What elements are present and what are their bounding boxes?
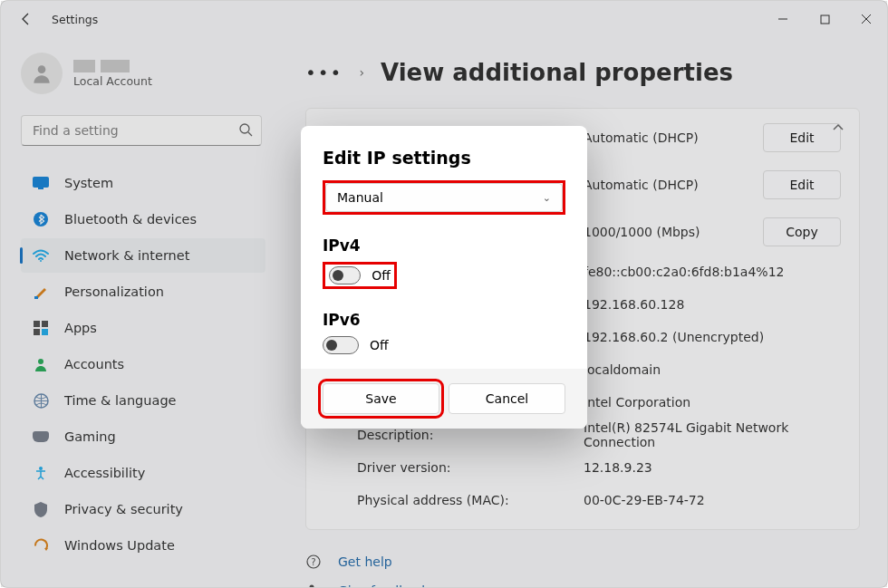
ipv6-state: Off [370,338,389,352]
cancel-button[interactable]: Cancel [449,383,565,414]
settings-window: Settings Local Account [0,0,888,588]
ipv6-toggle[interactable] [323,336,359,354]
select-value: Manual [337,190,383,205]
ipv4-state: Off [372,268,391,283]
modal-title: Edit IP settings [323,148,565,168]
edit-ip-modal: Edit IP settings Manual ⌄ IPv4 Off IPv6 … [301,126,587,429]
mode-select-highlight: Manual ⌄ [323,180,565,215]
ipv4-label: IPv4 [323,236,565,255]
modal-overlay: Edit IP settings Manual ⌄ IPv4 Off IPv6 … [1,1,887,587]
ipv6-toggle-row: Off [323,336,565,354]
ip-mode-select[interactable]: Manual ⌄ [325,183,563,212]
save-button[interactable]: Save [323,383,439,414]
chevron-down-icon: ⌄ [543,192,551,204]
ipv6-label: IPv6 [323,311,565,329]
ipv4-toggle[interactable] [329,266,361,284]
ipv4-toggle-highlight: Off [323,262,397,289]
modal-footer: Save Cancel [301,369,587,429]
